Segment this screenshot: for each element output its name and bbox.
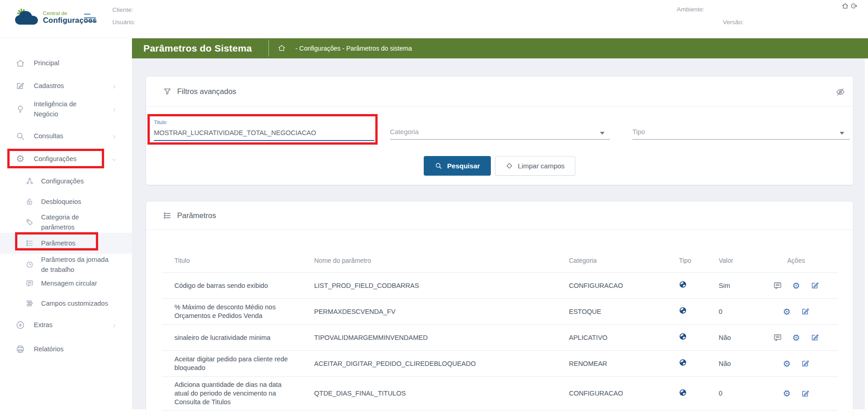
col-header-titulo: Titulo [162,257,301,272]
chevron-right-icon [111,322,117,328]
tag-icon [26,218,34,226]
edit-icon[interactable] [801,359,810,368]
clock-icon [26,261,34,269]
sidebar-item-consultas[interactable]: Consultas [0,125,132,147]
parameters-title: Parâmetros [177,211,216,220]
sidebar-item-parametros-da-jornada-de-trabalho[interactable]: Parâmetros da jornada de trabalho [0,255,132,274]
cloud-gear-logo-icon [14,8,39,26]
edit-icon[interactable] [810,281,820,290]
eye-slash-icon[interactable] [836,87,845,97]
sidebar-item-label: Configurações [34,154,102,164]
sidebar-item-label: Relatórios [34,344,102,354]
sidebar-item-desbloqueios[interactable]: Desbloqueios [0,193,132,210]
logout-icon[interactable] [850,2,857,10]
sidebar-item-parametros[interactable]: Parâmetros [0,233,132,254]
cell-categoria: CONFIGURACAO [556,281,666,290]
comment-icon[interactable] [773,281,782,290]
col-header-categoria: Categoria [556,257,666,272]
edit-icon[interactable] [801,307,810,316]
sidebar-item-label: Parâmetros [41,238,110,248]
cell-categoria: RENOMEAR [556,360,666,368]
title-input[interactable] [154,126,374,141]
sidebar-item-mensagem-circular[interactable]: Mensagem circular [0,275,132,292]
table-row[interactable]: Adiciona quantidade de dias na data atua… [162,377,838,411]
category-placeholder: Categoria [390,128,419,136]
sidebar-item-label: Configurações [41,176,110,186]
chevron-right-icon [111,83,117,89]
gear-icon[interactable]: ⚙ [782,359,791,368]
sidebar-nav: Principal Cadastros Inteligência de Negó… [0,38,132,360]
chevron-down-icon [840,132,844,135]
top-bar: Central de Configurações Cliente: Usuári… [0,0,868,38]
globe-icon [679,307,687,314]
breadcrumb: - Configurações - Parâmetros do sistema [295,38,412,58]
sidebar-item-principal[interactable]: Principal [0,52,132,74]
funnel-icon [163,87,172,96]
gear-icon: ⚙ [16,154,25,164]
title-field: Titulo [154,120,374,141]
search-icon [16,131,25,141]
col-header-tipo: Tipo [666,257,706,272]
page-title: Parâmetros do Sistema [143,38,252,58]
table-row[interactable]: Aceitar digitar pedido para cliente rede… [162,351,838,377]
row-actions: ⚙ [754,281,838,290]
col-header-nome: Nome do parâmetro [301,257,556,272]
list-icon [26,239,34,247]
chevron-right-icon [111,133,117,139]
cell-titulo: Código de barras sendo exibido [162,281,301,290]
sidebar-item-label: Campos customizados [41,298,110,308]
cell-titulo: % Máximo de desconto Médio nos Orçamento… [162,303,301,320]
gear-icon[interactable]: ⚙ [782,389,791,398]
sidebar-item-configuracoes[interactable]: Configurações [0,173,132,189]
sidebar-item-label: Desbloqueios [41,197,110,207]
lightbulb-icon [16,104,25,114]
cell-valor: 0 [706,308,754,316]
globe-icon [679,281,687,288]
list-icon [163,211,172,220]
gear-icon[interactable]: ⚙ [782,307,791,316]
search-button[interactable]: Pesquisar [424,156,491,176]
eraser-icon [505,162,513,170]
sidebar-item-cadastros[interactable]: Cadastros [0,74,132,97]
home-icon[interactable] [842,2,849,10]
table-row[interactable]: Código de barras sendo exibido LIST_PROD… [162,273,838,299]
breadcrumb-home-icon[interactable] [278,44,286,52]
parameters-table: Titulo Nome do parâmetro Categoria Tipo … [162,230,838,411]
sidebar-item-relatorios[interactable]: Relatórios [0,338,132,360]
chevron-right-icon [111,106,117,112]
cell-nome: PERMAXDESCVENDA_FV [301,308,556,316]
title-separator [268,40,269,57]
cell-valor: Não [706,334,754,342]
parameters-card-header: Parâmetros [146,202,853,230]
row-actions: ⚙ [754,307,838,316]
sidebar-item-extras[interactable]: Extras [0,313,132,336]
table-row[interactable]: % Máximo de desconto Médio nos Orçamento… [162,299,838,325]
title-field-label: Titulo [154,120,374,126]
hamburger-menu-icon[interactable] [84,14,96,22]
sidebar-item-label: Extras [34,320,102,330]
chevron-down-icon [111,156,117,162]
table-row[interactable]: sinaleiro de lucratividade minima TIPOVA… [162,325,838,351]
edit-icon[interactable] [801,389,810,398]
advanced-filters-card: Filtros avançados Titulo Categoria Tipo … [146,77,853,185]
sidebar-item-label: Cadastros [34,81,102,91]
user-label: Usuário: [112,19,135,26]
gear-icon[interactable]: ⚙ [792,281,801,290]
sidebar-item-label: Principal [34,58,102,68]
category-select[interactable]: Categoria [390,120,610,140]
nodes-icon [26,177,34,185]
cell-valor: 0 [706,389,754,398]
cell-nome: TIPOVALIDMARGEMMINVENDAMED [301,334,556,342]
cell-nome: ACEITAR_DIGITAR_PEDIDO_CLIREDEBLOQUEADO [301,360,556,368]
sidebar-item-inteligencia-de-negocio[interactable]: Inteligência de Negócio [0,97,132,121]
edit-icon[interactable] [810,333,820,342]
cell-nome: LIST_PROD_FIELD_CODBARRAS [301,281,556,290]
clear-fields-button[interactable]: Limpar campos [495,156,575,176]
sidebar-item-campos-customizados[interactable]: Campos customizados [0,295,132,312]
sidebar-item-configuracoes[interactable]: ⚙ Configurações [0,147,132,170]
type-select[interactable]: Tipo [632,120,850,140]
sidebar-item-categoria-de-parametros[interactable]: Categoria de parâmetros [0,213,132,231]
filters-card-header: Filtros avançados [146,77,853,107]
comment-icon[interactable] [773,333,782,342]
gear-icon[interactable]: ⚙ [792,333,801,342]
